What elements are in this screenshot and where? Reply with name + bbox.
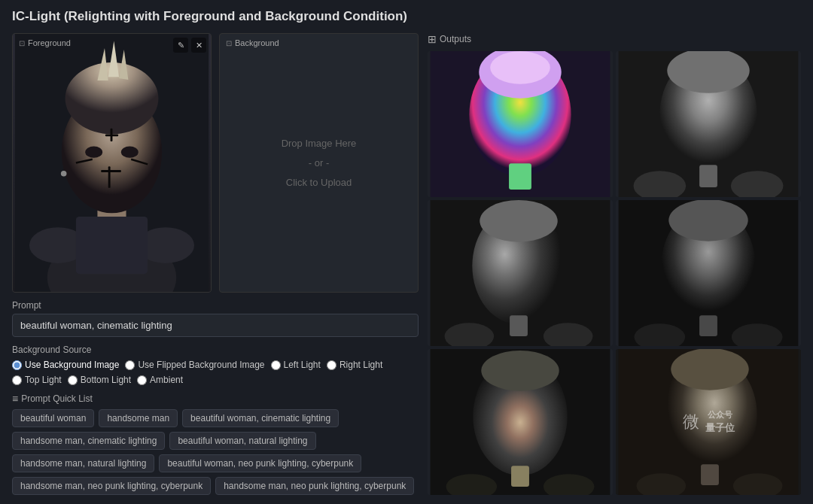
- svg-rect-13: [101, 170, 121, 172]
- svg-rect-24: [509, 163, 531, 190]
- bg-source-section: Background Source Use Background Image U…: [12, 345, 419, 385]
- output-cell-5[interactable]: [428, 349, 613, 495]
- svg-point-39: [668, 200, 748, 241]
- quick-tag-0[interactable]: beautiful woman: [12, 409, 94, 427]
- svg-point-33: [480, 200, 557, 242]
- output-cell-3[interactable]: [428, 200, 613, 346]
- foreground-box: ⊡ Foreground ✎ ✕: [12, 33, 212, 293]
- quick-list-label: Prompt Quick List: [12, 393, 419, 405]
- radio-left-light[interactable]: Left Light: [271, 360, 321, 370]
- quick-tag-2[interactable]: beautiful woman, cinematic lighting: [182, 409, 339, 427]
- svg-rect-12: [108, 166, 111, 188]
- foreground-icon: ⊡: [19, 39, 25, 47]
- quick-tag-7[interactable]: handsome man, neo punk lighting, cyberpu…: [12, 477, 211, 495]
- prompt-quick-list: Prompt Quick List beautiful woman handso…: [12, 393, 419, 495]
- output-cell-2[interactable]: [616, 51, 801, 197]
- radio-bottom-light[interactable]: Bottom Light: [68, 375, 131, 385]
- bg-source-row-2: Top Light Bottom Light Ambient: [12, 375, 419, 385]
- radio-right-light[interactable]: Right Light: [327, 360, 382, 370]
- svg-point-45: [481, 351, 559, 391]
- foreground-label: ⊡ Foreground: [19, 38, 71, 47]
- image-row: ⊡ Foreground ✎ ✕: [12, 33, 419, 293]
- prompt-section: Prompt: [12, 300, 419, 337]
- prompt-input[interactable]: [12, 314, 419, 337]
- foreground-close-button[interactable]: ✕: [191, 38, 206, 53]
- svg-rect-18: [76, 217, 148, 274]
- output-cell-4[interactable]: [616, 200, 801, 346]
- page-title: IC-Light (Relighting with Foreground and…: [12, 9, 801, 24]
- output-cell-1[interactable]: [428, 51, 613, 197]
- svg-rect-40: [699, 315, 717, 336]
- background-label: ⊡ Background: [226, 38, 279, 47]
- svg-rect-11: [111, 129, 113, 141]
- bg-source-label: Background Source: [12, 345, 419, 355]
- svg-rect-28: [699, 165, 717, 187]
- svg-point-23: [490, 51, 550, 84]
- quick-tags: beautiful woman handsome man beautiful w…: [12, 409, 419, 495]
- svg-point-9: [121, 147, 139, 158]
- watermark-overlay: 微 公众号 量子位: [616, 349, 801, 495]
- svg-rect-46: [511, 466, 529, 487]
- quick-tag-1[interactable]: handsome man: [99, 409, 178, 427]
- watermark-brand: 公众号: [708, 409, 732, 421]
- left-panel: ⊡ Foreground ✎ ✕: [12, 33, 419, 495]
- quick-tag-8[interactable]: handsome man, neo punk lighting, cyberpu…: [215, 477, 414, 495]
- watermark-wechat-icon: 微: [683, 411, 699, 433]
- prompt-label: Prompt: [12, 300, 419, 311]
- svg-rect-34: [510, 315, 528, 336]
- background-drop-area[interactable]: Drop Image Here - or - Click to Upload: [220, 34, 418, 292]
- foreground-actions: ✎ ✕: [173, 38, 206, 53]
- foreground-image: [13, 34, 211, 292]
- quick-tag-6[interactable]: beautiful woman, neo punk lighting, cybe…: [159, 454, 361, 472]
- quick-tag-4[interactable]: beautiful woman, natural lighting: [169, 432, 315, 450]
- outputs-grid: 微 公众号 量子位: [428, 51, 801, 495]
- radio-top-light[interactable]: Top Light: [12, 375, 62, 385]
- background-box[interactable]: ⊡ Background Drop Image Here - or - Clic…: [219, 33, 419, 293]
- background-icon: ⊡: [226, 39, 232, 47]
- foreground-edit-button[interactable]: ✎: [173, 38, 188, 53]
- output-cell-6[interactable]: 微 公众号 量子位: [616, 349, 801, 495]
- radio-bg-image[interactable]: Use Background Image: [12, 360, 119, 370]
- quick-tag-3[interactable]: handsome man, cinematic lighting: [12, 432, 165, 450]
- watermark-name: 量子位: [705, 421, 735, 435]
- right-panel: Outputs: [428, 33, 801, 495]
- bg-source-row-1: Use Background Image Use Flipped Backgro…: [12, 360, 419, 370]
- svg-point-19: [61, 171, 67, 177]
- outputs-label: Outputs: [428, 33, 801, 45]
- radio-ambient[interactable]: Ambient: [137, 375, 183, 385]
- radio-bg-flipped[interactable]: Use Flipped Background Image: [125, 360, 264, 370]
- quick-tag-5[interactable]: handsome man, natural lighting: [12, 454, 154, 472]
- svg-point-8: [85, 147, 102, 158]
